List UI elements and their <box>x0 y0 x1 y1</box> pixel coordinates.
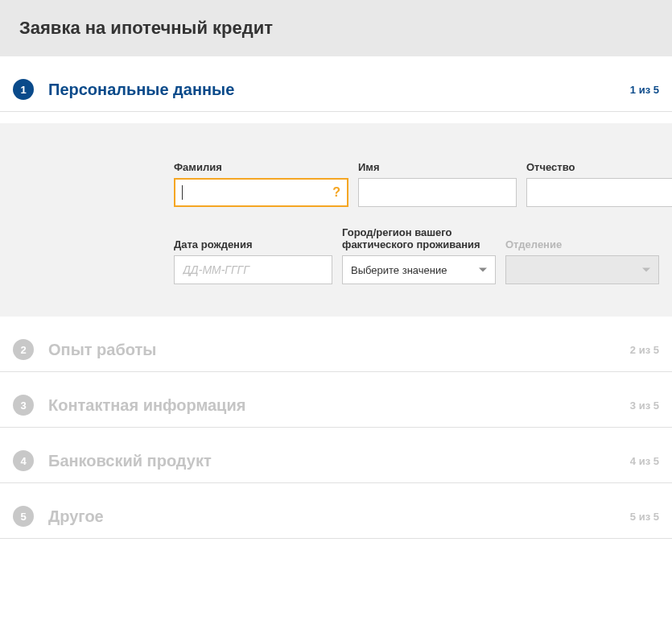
personal-data-panel: Фамилия ? Имя Отчество Дата рождения Гор… <box>0 123 672 317</box>
step-counter-1: 1 из 5 <box>630 84 659 96</box>
page-header: Заявка на ипотечный кредит <box>0 0 672 56</box>
chevron-down-icon <box>479 268 487 272</box>
help-icon[interactable]: ? <box>332 185 340 200</box>
form-row-1: Фамилия ? Имя Отчество <box>13 147 659 207</box>
step-badge-5: 5 <box>13 506 34 527</box>
birthdate-label: Дата рождения <box>174 225 332 250</box>
patronymic-input[interactable] <box>526 178 672 207</box>
step-header-3[interactable]: 3 Контактная информация 3 из 5 <box>0 372 672 428</box>
region-group: Город/регион вашего фактического прожива… <box>342 225 496 284</box>
region-select[interactable]: Выберите значение <box>342 255 496 284</box>
step-badge-4: 4 <box>13 450 34 471</box>
step-title-4: Банковский продукт <box>48 452 630 470</box>
text-cursor <box>182 185 183 200</box>
surname-input[interactable] <box>174 178 348 207</box>
form-row-2: Дата рождения Город/регион вашего фактич… <box>13 225 659 284</box>
surname-label: Фамилия <box>174 147 348 173</box>
step-badge-1: 1 <box>13 79 34 100</box>
step-title-5: Другое <box>48 507 630 526</box>
step-counter-4: 4 из 5 <box>630 455 659 467</box>
patronymic-label: Отчество <box>526 147 672 173</box>
step-header-2[interactable]: 2 Опыт работы 2 из 5 <box>0 317 672 372</box>
step-counter-2: 2 из 5 <box>630 344 659 356</box>
birthdate-group: Дата рождения <box>174 225 332 284</box>
step-counter-3: 3 из 5 <box>630 399 659 412</box>
step-title-3: Контактная информация <box>48 396 630 415</box>
step-counter-5: 5 из 5 <box>630 511 659 523</box>
step-title-2: Опыт работы <box>48 341 630 359</box>
step-header-1[interactable]: 1 Персональные данные 1 из 5 <box>0 56 672 112</box>
name-group: Имя <box>358 147 517 207</box>
branch-select <box>505 255 659 284</box>
step-badge-3: 3 <box>13 395 34 416</box>
branch-group: Отделение <box>505 225 659 284</box>
region-select-value: Выберите значение <box>351 264 447 276</box>
page-title: Заявка на ипотечный кредит <box>19 18 653 39</box>
surname-input-wrapper: ? <box>174 178 348 207</box>
name-label: Имя <box>358 147 517 173</box>
birthdate-input[interactable] <box>174 255 332 284</box>
name-input[interactable] <box>358 178 517 207</box>
surname-group: Фамилия ? <box>174 147 348 207</box>
step-header-4[interactable]: 4 Банковский продукт 4 из 5 <box>0 428 672 483</box>
step-header-5[interactable]: 5 Другое 5 из 5 <box>0 483 672 539</box>
branch-label: Отделение <box>505 225 659 250</box>
patronymic-group: Отчество <box>526 147 672 207</box>
region-label: Город/регион вашего фактического прожива… <box>342 225 496 250</box>
step-badge-2: 2 <box>13 339 34 360</box>
step-title-1: Персональные данные <box>48 81 630 99</box>
chevron-down-icon <box>642 268 650 272</box>
